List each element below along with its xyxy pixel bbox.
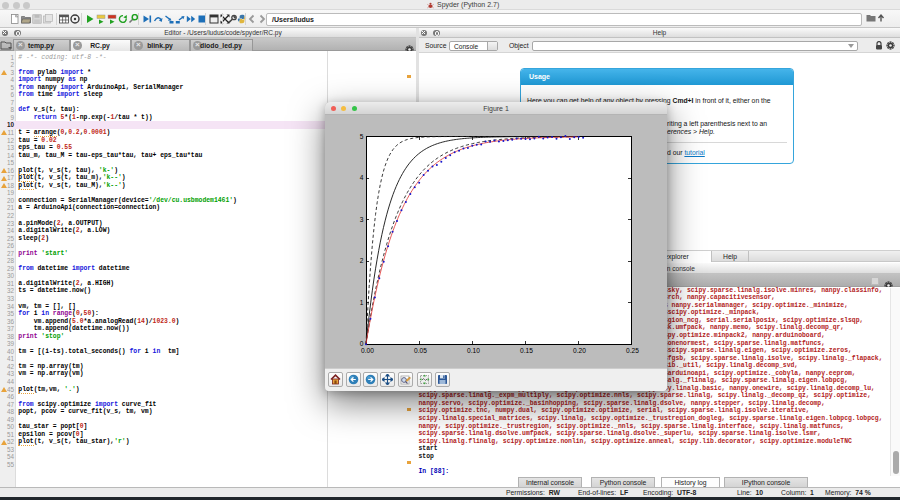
svg-text:0.05: 0.05: [414, 347, 427, 354]
svg-text:0.15: 0.15: [520, 347, 533, 354]
svg-text:5: 5: [360, 133, 364, 140]
svg-text:4: 4: [360, 174, 364, 181]
svg-text:1: 1: [360, 299, 364, 306]
svg-text:0.00: 0.00: [361, 347, 374, 354]
svg-text:3: 3: [360, 216, 364, 223]
svg-text:0: 0: [360, 340, 364, 347]
svg-text:0.25: 0.25: [626, 347, 639, 354]
svg-text:0.10: 0.10: [467, 347, 480, 354]
svg-text:2: 2: [360, 257, 364, 264]
svg-text:0.20: 0.20: [573, 347, 586, 354]
